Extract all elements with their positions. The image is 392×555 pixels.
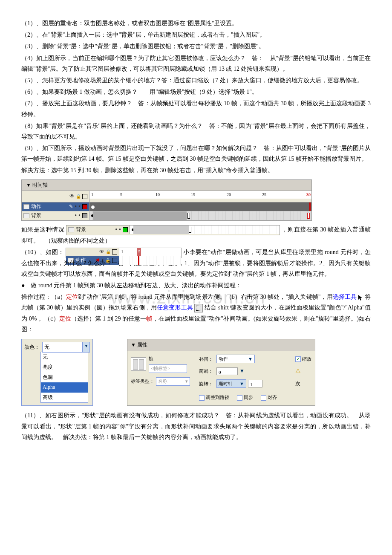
- layer-name-background-inline[interactable]: 背景 • •: [66, 225, 130, 234]
- frame-icon: [131, 357, 146, 371]
- operation-process: 操作过程：（a）定位到"动作"层第 1 帧，将 round 元件从库里拖到场景左…: [21, 292, 371, 335]
- playhead[interactable]: [309, 202, 311, 211]
- rotate-select[interactable]: 顺时针 ▼: [216, 379, 246, 388]
- checkbox-icon: [237, 395, 242, 401]
- dropdown-arrow-icon: ▼: [248, 355, 253, 364]
- playhead[interactable]: [138, 256, 139, 265]
- layer-label: 背景: [31, 211, 41, 220]
- timeline-header: 👁 🔒 1 5 10 15 20 25 30: [22, 191, 311, 202]
- ruler-num: 5: [137, 248, 141, 256]
- label-type-value: 名称: [158, 377, 167, 386]
- frames-background[interactable]: [89, 211, 311, 220]
- ease-input[interactable]: 0: [216, 367, 238, 375]
- frames-inline[interactable]: [130, 225, 280, 234]
- layer-name-background[interactable]: 背景 • •: [22, 211, 89, 220]
- layer-name-action[interactable]: 动作 ✎ • •: [22, 202, 89, 211]
- dot-icon[interactable]: •: [119, 224, 121, 235]
- tween-select[interactable]: 动作 ▼: [216, 355, 255, 363]
- ease-label: 简易：: [199, 367, 213, 376]
- checkbox-icon: ✓: [295, 356, 301, 362]
- color-selected-value: 无: [43, 342, 82, 353]
- layer-header-controls: 👁 🔒: [22, 191, 89, 202]
- frame-type-label: 帧: [149, 355, 187, 363]
- ruler-inline[interactable]: 1 5: [119, 248, 181, 256]
- color-option-selected[interactable]: Alpha: [41, 382, 88, 393]
- op-text: 到"动作"层第 1 帧，将 round 元件从库里拖到场景左侧。（b）右击第 3…: [78, 294, 333, 300]
- para-8: （8）如果"背景"层是在"音乐"层的上面，还能看到动画吗？为什么？ 答：不能，因…: [21, 121, 371, 142]
- bullet-1: ● 做 round 元件第 1 帧到第 30 帧从左边移动到右边、放大、淡出的动…: [21, 280, 371, 291]
- layer-row-background[interactable]: 背景 • •: [22, 211, 311, 220]
- para-9: （9）、如下图所示，播放动画时背景图片出现一下就没了，问题出在哪？如何解决问题？…: [21, 143, 371, 164]
- color-select[interactable]: 无 ▾: [42, 342, 90, 353]
- color-panel: 颜色： 无 ▾ 无 亮度 色调 Alpha 高级: [21, 339, 93, 406]
- color-icon[interactable]: [82, 204, 87, 209]
- layer-icon: [23, 213, 29, 218]
- ruler-num: 15: [191, 191, 195, 199]
- adjust-path-label: 调整到路径: [206, 393, 229, 402]
- color-option[interactable]: 高级: [41, 393, 88, 403]
- outline-icon[interactable]: [112, 249, 117, 254]
- color-icon[interactable]: [82, 213, 87, 218]
- color-option[interactable]: 色调: [41, 373, 88, 383]
- bullet-text: 做 round 元件第 1 帧到第 30 帧从左边移动到右边、放大、淡出的动作补…: [31, 282, 242, 289]
- align-label: 对齐: [268, 393, 277, 402]
- sync-checkbox[interactable]: 同步: [237, 393, 253, 402]
- dropdown-arrow-icon[interactable]: ▼: [239, 367, 245, 376]
- op-transform-tool: 任意变形工具: [157, 304, 193, 311]
- outline-icon[interactable]: [82, 194, 87, 199]
- rotate-value: 顺时针: [219, 380, 233, 388]
- para-10: （10）、如图： 👁 🔒 1 5 动作 ✖ • 🔒: [21, 247, 371, 279]
- color-option[interactable]: 亮度: [41, 362, 88, 373]
- panels-row: 颜色： 无 ▾ 无 亮度 色调 Alpha 高级 ▼ 属性 帧 <帧标签>: [21, 339, 371, 406]
- eye-icon[interactable]: 👁: [69, 192, 75, 201]
- dot-icon[interactable]: •: [115, 224, 117, 235]
- dropdown-arrow-icon: ▼: [239, 380, 244, 388]
- color-select-options[interactable]: 无 亮度 色调 Alpha 高级: [40, 352, 88, 403]
- lock-icon[interactable]: 🔒: [106, 248, 111, 256]
- label-type-select[interactable]: 名称 ▾: [156, 377, 190, 386]
- ruler-num: 5: [120, 191, 122, 199]
- scale-label: 缩放: [302, 355, 311, 364]
- op-locate: 定位: [66, 294, 78, 300]
- op-frame: 帧: [146, 315, 152, 322]
- prop-left-column: 帧 <帧标签> 标签类型： 名称 ▾: [131, 355, 195, 402]
- text-before-inline: 如果是这种情况: [21, 226, 64, 233]
- prop-right-column: 补间： 动作 ▼ ✓ 缩放 简易： 0 ▼ ⚠ 旋转：: [199, 355, 311, 402]
- properties-title[interactable]: ▼ 属性: [127, 339, 315, 352]
- scale-checkbox[interactable]: ✓ 缩放: [295, 355, 311, 364]
- checkbox-icon: [199, 395, 205, 401]
- layer-row-action[interactable]: 动作 ✎ • •: [22, 202, 311, 211]
- layer-label: 背景: [76, 225, 86, 234]
- align-checkbox[interactable]: 对齐: [261, 393, 277, 402]
- frame-label-input[interactable]: <帧标签>: [149, 364, 187, 373]
- layer-label: 动作: [31, 202, 41, 211]
- main-content: （1）、图层的重命名：双击图层名称处，或者双击图层图标在"图层属性"里设置。 （…: [21, 18, 371, 442]
- frames-inline2[interactable]: [119, 256, 181, 265]
- para-5: （5）、怎样更方便地修改场景里的某个细小的地方？答：通过窗口缩放（7 处）来放大…: [21, 75, 371, 86]
- rotate-count-input[interactable]: 1: [248, 380, 262, 387]
- timeline-ruler[interactable]: 1 5 10 15 20 25 30: [89, 191, 311, 199]
- color-icon[interactable]: [123, 227, 128, 232]
- color-option[interactable]: 无: [41, 352, 88, 362]
- cursor-icon: [358, 294, 363, 301]
- adjust-path-checkbox[interactable]: 调整到路径: [199, 393, 229, 402]
- ruler-num: 20: [227, 191, 231, 199]
- layer-icon: [68, 227, 74, 232]
- op-select-tool: 选择工具: [333, 294, 357, 300]
- para-9b: 解决方法：选中第 15 到 30 帧，删除这些帧，再在第 30 帧处右击，用"插…: [21, 165, 371, 176]
- text-p10a: （10）、如图：: [21, 249, 64, 255]
- para-11: （11）、如右图所示，"形状"层的动画有没有做成功，如何修改才能成功？ 答：从补…: [21, 410, 371, 442]
- dot-icon[interactable]: •: [78, 210, 81, 221]
- dot-icon[interactable]: •: [75, 210, 77, 221]
- timeline-tab[interactable]: ▼ 时间轴: [22, 180, 311, 191]
- dropdown-arrow-icon[interactable]: ▾: [82, 342, 89, 353]
- para-7: （7）、播放完上面这段动画，要几秒钟？ 答：从帧频处可以看出每秒播放 10 帧，…: [21, 98, 371, 119]
- lock-icon[interactable]: 🔒: [76, 193, 81, 200]
- label-type-label: 标签类型：: [131, 377, 154, 386]
- frames-action[interactable]: [89, 202, 311, 211]
- rotate-unit: 次: [295, 379, 311, 389]
- layer-icon: [23, 204, 29, 209]
- ruler-num: 30: [306, 191, 311, 199]
- para-1: （1）、图层的重命名：双击图层名称处，或者双击图层图标在"图层属性"里设置。: [21, 18, 371, 29]
- pencil-icon: ✎: [69, 202, 73, 211]
